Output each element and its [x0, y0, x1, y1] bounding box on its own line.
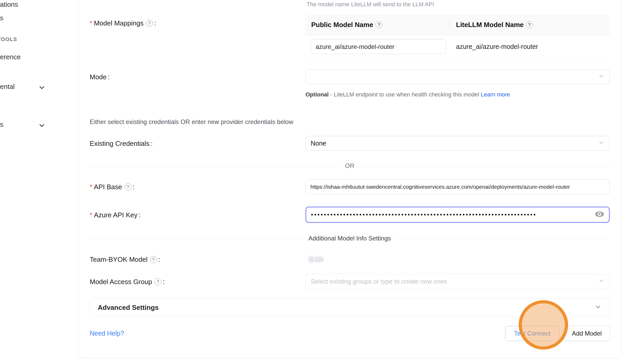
label-colon	[157, 256, 160, 264]
add-model-page: ations s TOOLS erence ental s The model …	[0, 0, 644, 360]
public-model-name-header-text: Public Model Name	[311, 21, 373, 29]
existing-credentials-label-text: Existing Credentials	[90, 140, 149, 148]
question-circle-icon[interactable]	[146, 20, 153, 27]
litellm-model-name-header: LiteLLM Model Name	[449, 21, 610, 29]
question-circle-icon[interactable]	[154, 278, 161, 285]
sidebar-item-s[interactable]: s	[0, 14, 3, 22]
api-base-label-text: API Base	[94, 183, 122, 191]
litellm-model-name-helper: The model name LiteLLM will send to the …	[307, 1, 434, 8]
model-access-group-placeholder: Select existing groups or type to create…	[311, 278, 447, 285]
toggle-knob	[307, 255, 316, 264]
public-model-name-cell	[305, 39, 449, 54]
header-column-divider	[449, 20, 450, 30]
azure-api-key-label: Azure API Key	[90, 211, 141, 219]
required-asterisk	[90, 19, 94, 27]
divider-line	[90, 238, 303, 239]
add-model-button[interactable]: Add Model	[563, 326, 610, 341]
chevron-down-icon	[598, 73, 605, 81]
model-mapping-row: azure_ai/azure-model-router	[305, 35, 610, 58]
litellm-model-name-cell: azure_ai/azure-model-router	[449, 43, 610, 50]
question-circle-icon[interactable]	[125, 184, 132, 191]
or-divider: OR	[90, 162, 610, 169]
divider-line	[90, 166, 340, 166]
api-base-label: API Base	[90, 183, 135, 191]
question-circle-icon[interactable]	[375, 21, 382, 28]
eye-icon[interactable]	[595, 211, 604, 219]
label-colon	[149, 140, 153, 148]
mode-help-text: Optional - LiteLLM endpoint to use when …	[305, 89, 521, 100]
mode-select[interactable]	[305, 69, 610, 84]
api-base-input[interactable]	[305, 179, 610, 194]
label-colon	[138, 211, 141, 219]
team-byok-label: Team-BYOK Model	[90, 256, 160, 264]
mode-help-bold: Optional	[305, 91, 329, 98]
need-help-link[interactable]: Need Help?	[90, 330, 124, 337]
chevron-down-icon	[594, 303, 602, 312]
required-asterisk	[90, 183, 94, 191]
model-access-group-select[interactable]: Select existing groups or type to create…	[305, 274, 610, 289]
azure-api-key-label-text: Azure API Key	[94, 211, 138, 219]
model-mappings-label: Model Mappings	[90, 19, 156, 27]
advanced-settings-title: Advanced Settings	[98, 304, 159, 312]
label-colon	[153, 19, 156, 27]
or-divider-text: OR	[345, 162, 354, 169]
model-mappings-header-row: Public Model Name LiteLLM Model Name	[305, 15, 610, 35]
question-circle-icon[interactable]	[526, 21, 533, 28]
chevron-down-icon	[38, 122, 46, 130]
learn-more-link[interactable]: Learn more	[481, 91, 510, 98]
advanced-settings-panel[interactable]: Advanced Settings	[90, 298, 610, 317]
sidebar-item-reference[interactable]: erence	[0, 53, 21, 61]
existing-credentials-value: None	[311, 140, 326, 147]
question-circle-icon[interactable]	[150, 256, 157, 263]
model-access-group-label-text: Model Access Group	[90, 278, 152, 286]
team-byok-label-text: Team-BYOK Model	[90, 256, 148, 264]
existing-credentials-select[interactable]: None	[305, 136, 610, 151]
label-colon	[107, 73, 110, 81]
sidebar-section-tools: TOOLS	[0, 36, 17, 42]
azure-api-key-input[interactable]	[311, 211, 591, 218]
public-model-name-header: Public Model Name	[305, 21, 449, 29]
sidebar-item-experimental[interactable]: ental	[0, 83, 15, 91]
model-mappings-label-text: Model Mappings	[94, 19, 144, 27]
required-asterisk	[90, 211, 94, 219]
label-colon	[161, 278, 165, 286]
azure-api-key-field	[305, 207, 610, 223]
info-settings-divider: Additional Model Info Settings	[90, 235, 610, 242]
existing-credentials-label: Existing Credentials	[90, 140, 153, 148]
model-access-group-label: Model Access Group	[90, 278, 165, 286]
info-settings-divider-text: Additional Model Info Settings	[308, 235, 391, 242]
team-byok-toggle[interactable]	[307, 255, 324, 264]
chevron-down-icon	[598, 277, 605, 286]
model-mappings-table: Public Model Name LiteLLM Model Name azu…	[305, 15, 610, 58]
litellm-model-name-header-text: LiteLLM Model Name	[456, 21, 524, 29]
credentials-note: Either select existing credentials OR en…	[90, 118, 293, 126]
sidebar-item-settings[interactable]: s	[0, 121, 3, 129]
divider-line	[396, 238, 610, 239]
public-model-name-input[interactable]	[311, 39, 446, 54]
label-colon	[132, 183, 135, 191]
chevron-down-icon	[598, 139, 605, 148]
mode-label-text: Mode	[90, 73, 107, 81]
divider-line	[360, 166, 610, 166]
test-connect-button[interactable]: Test Connect	[505, 326, 559, 341]
mode-help-body: - LiteLLM endpoint to use when health ch…	[329, 91, 481, 98]
mode-label: Mode	[90, 73, 110, 81]
chevron-down-icon	[38, 84, 46, 93]
sidebar-item-integrations[interactable]: ations	[0, 1, 18, 9]
